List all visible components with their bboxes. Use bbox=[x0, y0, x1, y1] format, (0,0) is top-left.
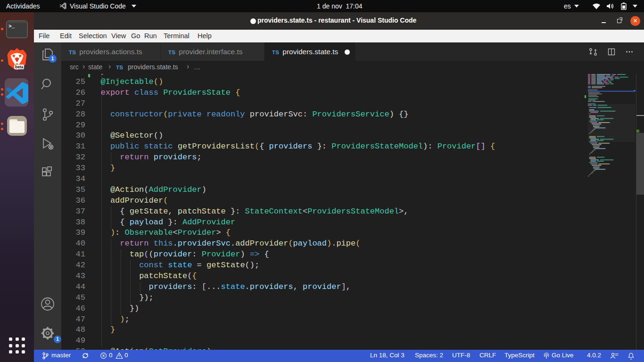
svg-text:>_: >_ bbox=[8, 24, 15, 29]
